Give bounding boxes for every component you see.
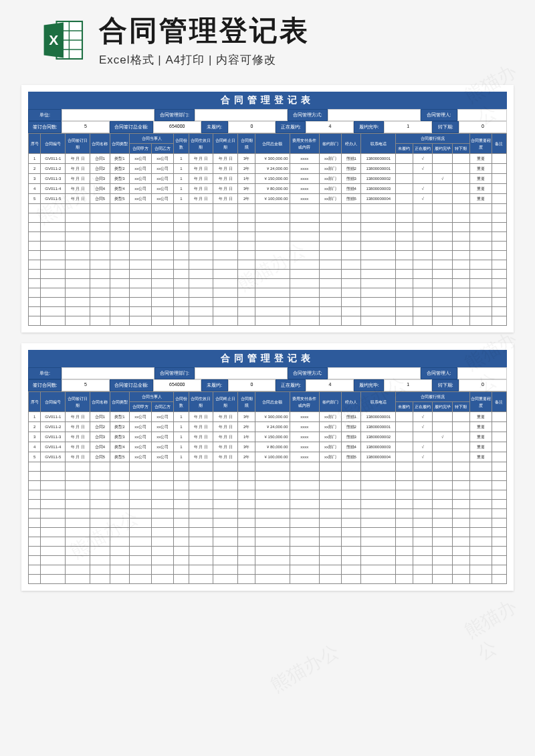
page-title: 合同管理登记表 [28, 92, 507, 109]
excel-icon: X [40, 17, 87, 64]
table-row-empty [29, 307, 507, 316]
table-row-empty [29, 462, 507, 472]
table-row-empty [29, 500, 507, 509]
table-row-empty [29, 270, 507, 279]
table-row-empty [29, 575, 507, 584]
table-row-empty [29, 565, 507, 575]
table-row: 2GV011-2年 月 日合同2类型2 xx公司xx公司1年 月 日年 月 日 … [29, 422, 507, 432]
table-row-empty [29, 279, 507, 288]
table-row-empty [29, 547, 507, 556]
template-title: 合同管理登记表 [99, 12, 515, 50]
table-row-empty [29, 490, 507, 500]
page-title: 合同管理登记表 [28, 350, 507, 367]
spreadsheet-page: 合同管理登记表 单位: 合同管理部门: 合同管理方式: 合同管理人: 签订合同数… [21, 85, 514, 333]
contract-table: 序号合同编号合同签订日期 合同名称合同类型合同当事人 合同份数合同生效日期合同终… [28, 133, 507, 326]
table-row-empty [29, 537, 507, 547]
table-row-empty [29, 288, 507, 298]
table-row: 4GV011-4年 月 日合同4类型4 xx公司xx公司1年 月 日年 月 日 … [29, 442, 507, 452]
table-row: 3GV011-3年 月 日合同3类型3 xx公司xx公司1年 月 日年 月 日 … [29, 174, 507, 184]
table-row: 5GV011-5年 月 日合同5类型5 xx公司xx公司1年 月 日年 月 日 … [29, 194, 507, 204]
table-row-empty [29, 204, 507, 213]
table-row-empty [29, 298, 507, 307]
watermark: 熊猫办公 [460, 589, 535, 666]
svg-text:X: X [49, 32, 58, 48]
spreadsheet-page: 合同管理登记表 单位: 合同管理部门: 合同管理方式: 合同管理人: 签订合同数… [21, 343, 514, 591]
table-row-empty [29, 472, 507, 481]
table-row: 1GV011-1年 月 日合同1类型1 xx公司xx公司1年 月 日年 月 日 … [29, 412, 507, 422]
table-row: 5GV011-5年 月 日合同5类型5 xx公司xx公司1年 月 日年 月 日 … [29, 452, 507, 462]
table-row-empty [29, 213, 507, 223]
table-row: 1GV011-1年 月 日合同1类型1 xx公司xx公司1年 月 日年 月 日 … [29, 154, 507, 164]
table-row-empty [29, 556, 507, 565]
table-row-empty [29, 223, 507, 232]
table-row-empty [29, 242, 507, 251]
table-row-empty [29, 232, 507, 242]
table-row-empty [29, 509, 507, 518]
table-row-empty [29, 528, 507, 537]
template-subtitle: Excel格式 | A4打印 | 内容可修改 [99, 52, 515, 68]
table-row-empty [29, 518, 507, 528]
watermark: 熊猫办公 [266, 639, 344, 698]
table-row-empty [29, 316, 507, 326]
table-row-empty [29, 251, 507, 260]
table-row-empty [29, 481, 507, 490]
table-row: 3GV011-3年 月 日合同3类型3 xx公司xx公司1年 月 日年 月 日 … [29, 432, 507, 442]
contract-table: 序号合同编号合同签订日期 合同名称合同类型合同当事人 合同份数合同生效日期合同终… [28, 391, 507, 584]
table-row: 4GV011-4年 月 日合同4类型4 xx公司xx公司1年 月 日年 月 日 … [29, 184, 507, 194]
template-header: X 合同管理登记表 Excel格式 | A4打印 | 内容可修改 [0, 0, 535, 74]
table-row: 2GV011-2年 月 日合同2类型2 xx公司xx公司1年 月 日年 月 日 … [29, 164, 507, 174]
table-row-empty [29, 260, 507, 270]
